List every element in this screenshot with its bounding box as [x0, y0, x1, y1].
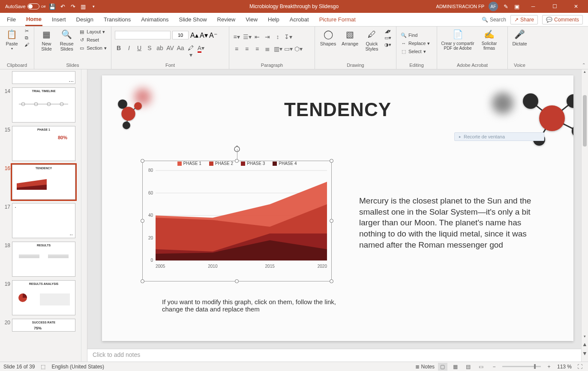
shapes-button[interactable]: ◯Shapes: [318, 28, 338, 46]
numbering-icon[interactable]: ☰▾: [243, 33, 251, 40]
create-pdf-button[interactable]: 📄Crear y compartir PDF de Adobe: [441, 28, 475, 51]
format-painter-icon[interactable]: 🖌: [23, 42, 30, 47]
editor-vertical-scrollbar[interactable]: ▴ ▾ ⯅ ⯆: [581, 69, 588, 362]
shape-effects-icon[interactable]: ◑▾: [384, 42, 392, 48]
smartart-icon[interactable]: ⬡▾: [294, 45, 302, 52]
normal-view-icon[interactable]: ▢: [438, 363, 447, 371]
bullets-icon[interactable]: ≡▾: [233, 33, 240, 40]
arrange-button[interactable]: ▧Arrange: [340, 28, 360, 46]
coming-soon-icon[interactable]: ✎: [502, 3, 509, 10]
notes-toggle[interactable]: ≣Notes: [415, 364, 435, 370]
align-text-icon[interactable]: ▭▾: [284, 45, 292, 52]
tab-insert[interactable]: Insert: [51, 14, 67, 25]
font-size-input[interactable]: [172, 31, 189, 39]
minimize-button[interactable]: ─: [525, 0, 542, 13]
thumbnails-scrollbar[interactable]: [81, 69, 87, 362]
slide-sorter-view-icon[interactable]: ▦: [451, 363, 460, 371]
shadow-icon[interactable]: ab: [156, 45, 164, 58]
ribbon-options-icon[interactable]: ▣: [513, 3, 520, 10]
slide-title[interactable]: TENDENCY: [102, 99, 573, 120]
slide-thumbnail-16[interactable]: TENDENCY: [12, 165, 75, 200]
accessibility-icon[interactable]: ⬚: [41, 364, 45, 370]
prev-slide-icon[interactable]: ⯅: [582, 343, 588, 350]
tab-view[interactable]: View: [245, 14, 258, 25]
quick-styles-button[interactable]: 🖊Quick Styles: [362, 28, 381, 51]
align-left-icon[interactable]: ≡: [233, 45, 240, 52]
autosave-toggle[interactable]: AutoSave Off: [5, 3, 45, 9]
slide-thumbnail-20[interactable]: SUCCESS RATE75%: [12, 319, 75, 332]
slide-canvas[interactable]: TENDENCY Recorte de ventana PHASE 1 PHAS…: [102, 75, 573, 341]
copy-icon[interactable]: ⧉: [23, 35, 30, 41]
replace-button[interactable]: ↔Replace ▾: [400, 40, 431, 47]
reset-button[interactable]: ↺Reset: [78, 36, 108, 43]
strike-icon[interactable]: S: [146, 45, 153, 58]
tab-animations[interactable]: Animations: [140, 14, 169, 25]
font-name-input[interactable]: [115, 31, 171, 39]
slide-thumbnail-17[interactable]: •• •: [12, 203, 75, 238]
chart-object[interactable]: PHASE 1 PHASE 2 PHASE 3 PHASE 4 02040608…: [143, 161, 331, 281]
align-center-icon[interactable]: ≡: [243, 45, 251, 52]
paste-button[interactable]: 📋 Paste ▾: [3, 28, 20, 51]
layout-button[interactable]: ▤Layout ▾: [78, 28, 108, 35]
zoom-level[interactable]: 113 %: [557, 364, 572, 370]
highlight-icon[interactable]: 🖍▾: [187, 45, 195, 58]
save-icon[interactable]: 💾: [49, 3, 56, 10]
slide-count[interactable]: Slide 16 of 39: [3, 364, 35, 370]
bold-icon[interactable]: B: [115, 45, 123, 58]
font-color-icon[interactable]: A▾: [197, 45, 205, 58]
slideshow-view-icon[interactable]: ▭: [477, 363, 486, 371]
char-spacing-icon[interactable]: AV: [166, 45, 174, 58]
user-avatar[interactable]: AF: [489, 2, 498, 11]
reading-view-icon[interactable]: ▤: [464, 363, 473, 371]
request-signatures-button[interactable]: ✍Solicitar firmas: [477, 28, 501, 51]
tab-acrobat[interactable]: Acrobat: [289, 14, 310, 25]
tab-review[interactable]: Review: [216, 14, 237, 25]
new-slide-button[interactable]: ▦ New Slide: [38, 28, 55, 51]
shape-fill-icon[interactable]: ◢▾: [384, 28, 392, 34]
slide-thumbnail-19[interactable]: RESULTS ANALYSIS: [12, 280, 75, 315]
scroll-up-icon[interactable]: ▴: [582, 69, 588, 76]
zoom-in-icon[interactable]: +: [544, 363, 554, 371]
decrease-font-icon[interactable]: A▾: [200, 31, 207, 39]
text-direction-icon[interactable]: ↧▾: [284, 33, 292, 40]
search-box[interactable]: 🔍 Search: [482, 17, 506, 23]
slide-thumbnail-15[interactable]: PHASE 180%: [12, 126, 75, 161]
tab-design[interactable]: Design: [75, 14, 94, 25]
section-button[interactable]: ▭Section ▾: [78, 45, 108, 51]
tab-file[interactable]: File: [6, 14, 17, 25]
underline-icon[interactable]: U: [135, 45, 143, 58]
shape-outline-icon[interactable]: ▭▾: [384, 35, 392, 41]
tab-slideshow[interactable]: Slide Show: [178, 14, 207, 25]
clear-formatting-icon[interactable]: A⁻: [209, 31, 217, 39]
zoom-slider[interactable]: [502, 366, 541, 367]
body-text[interactable]: Mercury is the closest planet to the Sun…: [359, 195, 548, 250]
redo-icon[interactable]: ↷: [69, 3, 76, 10]
increase-indent-icon[interactable]: ⇥: [264, 33, 271, 40]
change-case-icon[interactable]: Aa: [177, 45, 184, 58]
increase-font-icon[interactable]: A▴: [190, 31, 198, 39]
justify-icon[interactable]: ≣: [264, 45, 271, 52]
slide-thumbnail-18[interactable]: RESULTS: [12, 242, 75, 277]
find-button[interactable]: 🔍Find: [400, 32, 431, 39]
maximize-button[interactable]: ☐: [546, 0, 563, 13]
tab-transitions[interactable]: Transitions: [103, 14, 132, 25]
rotation-handle-icon[interactable]: [234, 146, 240, 153]
tab-home[interactable]: Home: [25, 13, 42, 26]
reuse-slides-button[interactable]: 🔍 Reuse Slides: [58, 28, 75, 51]
tab-help[interactable]: Help: [267, 14, 280, 25]
italic-icon[interactable]: I: [125, 45, 133, 58]
dictate-button[interactable]: 🎤Dictate: [511, 28, 528, 46]
undo-icon[interactable]: ↶: [59, 3, 66, 10]
decrease-indent-icon[interactable]: ⇤: [253, 33, 261, 40]
align-right-icon[interactable]: ≡: [253, 45, 261, 52]
next-slide-icon[interactable]: ⯆: [582, 351, 588, 358]
slide-thumbnail-13[interactable]: • • •: [12, 71, 75, 84]
notes-pane[interactable]: Click to add notes: [87, 349, 588, 362]
zoom-out-icon[interactable]: −: [489, 363, 499, 371]
cut-icon[interactable]: ✂: [23, 28, 30, 34]
qat-more-icon[interactable]: ▾: [90, 3, 97, 10]
fit-to-window-icon[interactable]: ⛶: [575, 363, 585, 371]
language-status[interactable]: English (United States): [51, 364, 104, 370]
slide-thumbnail-14[interactable]: TRIAL TIMELINE: [12, 87, 75, 123]
scroll-down-icon[interactable]: ▾: [582, 334, 588, 341]
